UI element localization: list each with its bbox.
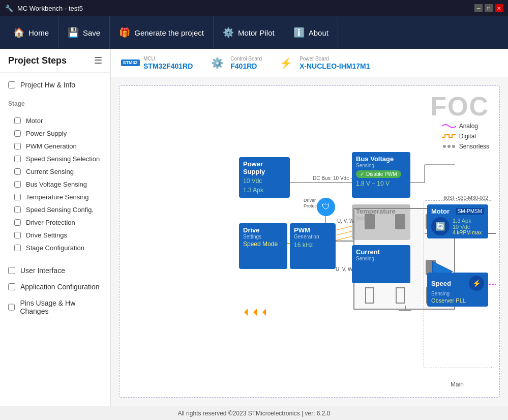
digital-line-icon xyxy=(442,133,456,139)
current-sensing-block[interactable]: Current Sensing xyxy=(352,245,410,283)
sidebar: Project Steps ☰ Project Hw & Info Stage … xyxy=(0,49,111,406)
sidebar-item-app-config[interactable]: Application Configuration xyxy=(0,279,110,295)
driver-protection-icon: 🛡 xyxy=(317,198,335,216)
nav-motorpilot[interactable]: ⚙️ Motor Pilot xyxy=(214,16,284,49)
nav-motorpilot-label: Motor Pilot xyxy=(238,28,275,37)
power-supply-value2: 1.3 Apk xyxy=(243,187,286,194)
power-supply-block[interactable]: Power Supply 10 Vdc 1.3 Apk xyxy=(239,157,290,198)
sidebar-item-drive-settings[interactable]: Drive Settings xyxy=(0,229,110,242)
bus-voltage-badge-text: Disable PWM xyxy=(366,171,397,177)
foc-label: FOC xyxy=(430,91,489,122)
svg-line-10 xyxy=(333,231,353,236)
pwm-generation-checkbox[interactable] xyxy=(14,143,21,149)
motor-type: SM-PMSM xyxy=(456,208,484,215)
pins-usage-label: Pins Usage & Hw Changes xyxy=(20,299,102,315)
maximize-button[interactable]: □ xyxy=(485,4,493,12)
legend-analog: Analog xyxy=(442,123,489,130)
current-sensing-title: Current xyxy=(356,248,406,256)
motor-circle-icon: 🔄 xyxy=(431,217,450,235)
current-sensing-label: Current Sensing xyxy=(26,168,74,175)
bus-voltage-checkbox[interactable] xyxy=(14,181,21,188)
speed-sensing-checkbox[interactable] xyxy=(14,156,21,162)
drive-value: Speed Mode xyxy=(243,241,283,248)
sidebar-item-stage-config[interactable]: Stage Configuration xyxy=(0,242,110,254)
nav-bar: 🏠 Home 💾 Save 🎁 Generate the project ⚙️ … xyxy=(0,16,508,49)
motor-block[interactable]: Motor SM-PMSM 🔄 1.3 Apk 10 Vdc 4 kRPM ma… xyxy=(427,204,488,238)
sidebar-item-pins-usage[interactable]: Pins Usage & Hw Changes xyxy=(0,295,110,319)
nav-home-label: Home xyxy=(28,28,49,37)
sidebar-item-driver-protection[interactable]: Driver Protection xyxy=(0,216,110,229)
sidebar-item-temperature[interactable]: Temperature Sensing xyxy=(0,191,110,203)
stage-config-checkbox[interactable] xyxy=(14,245,21,251)
current-sensing-checkbox[interactable] xyxy=(14,168,21,175)
minimize-button[interactable]: ─ xyxy=(474,4,483,12)
current-sensing-subtitle: Sensing xyxy=(356,256,406,261)
sidebar-item-speed-sensing[interactable]: Speed Sensing Selection xyxy=(0,153,110,165)
pwm-freq: 16 kHz xyxy=(294,242,332,249)
drive-subtitle: Settings xyxy=(243,234,283,239)
svg-rect-27 xyxy=(396,288,404,303)
nav-save[interactable]: 💾 Save xyxy=(58,16,110,49)
driver-protection-checkbox[interactable] xyxy=(14,219,21,226)
sidebar-item-motor[interactable]: Motor xyxy=(0,114,110,127)
stage-items-section: Motor Power Supply PWM Generation Speed … xyxy=(0,110,110,258)
temperature-label: Temperature Sensing xyxy=(26,193,89,201)
mcu-icon: STM32 xyxy=(121,54,139,72)
sidebar-item-pwm-generation[interactable]: PWM Generation xyxy=(0,140,110,153)
check-icon: ✓ xyxy=(360,171,364,177)
sidebar-item-bus-voltage[interactable]: Bus Voltage Sensing xyxy=(0,178,110,191)
nav-about-label: About xyxy=(309,28,328,37)
app-icon: 🔧 xyxy=(5,5,13,12)
drive-settings-label: Drive Settings xyxy=(26,231,67,239)
sidebar-title: Project Steps xyxy=(8,55,67,66)
temperature-checkbox[interactable] xyxy=(14,194,21,200)
sidebar-menu-icon[interactable]: ☰ xyxy=(94,55,102,66)
project-hw-info-checkbox[interactable] xyxy=(8,81,15,88)
user-interface-checkbox[interactable] xyxy=(8,267,15,274)
nav-about[interactable]: ℹ️ About xyxy=(284,16,338,49)
drive-settings-checkbox[interactable] xyxy=(14,232,21,238)
driver-protection-label: Driver Protection xyxy=(26,219,75,226)
mcu-name: STM32F401RD xyxy=(143,62,193,70)
sidebar-item-user-interface[interactable]: User Interface xyxy=(0,262,110,279)
pwm-generation-block[interactable]: PWM Generation 16 kHz xyxy=(290,223,336,269)
nav-generate[interactable]: 🎁 Generate the project xyxy=(110,16,214,49)
content-area: STM32 MCU STM32F401RD ⚙️ Control Board F… xyxy=(111,49,508,406)
title-bar-left: 🔧 MC Workbench - test5 xyxy=(5,5,83,12)
motor-checkbox[interactable] xyxy=(14,117,21,124)
board-header: STM32 MCU STM32F401RD ⚙️ Control Board F… xyxy=(111,49,508,77)
drive-settings-block[interactable]: Drive Settings Speed Mode xyxy=(239,223,287,269)
legend-digital: Digital xyxy=(442,133,489,140)
svg-rect-20 xyxy=(365,214,375,229)
speed-sensing-config-label: Speed Sensing Config. xyxy=(26,206,94,214)
status-bar: All rights reserved ©2023 STMicroelectro… xyxy=(0,406,508,420)
pwm-title: PWM xyxy=(294,226,332,234)
control-board-info: Control Board F401RD xyxy=(230,56,262,70)
svg-line-9 xyxy=(333,226,353,231)
board-item-mcu: STM32 MCU STM32F401RD xyxy=(121,54,193,72)
bus-voltage-block[interactable]: Bus Voltage Sensing ✓ Disable PWM 1.8 V … xyxy=(352,152,410,198)
nav-home[interactable]: 🏠 Home xyxy=(4,16,58,49)
speed-sensing-config-checkbox[interactable] xyxy=(14,206,21,213)
power-supply-checkbox[interactable] xyxy=(14,130,21,137)
close-button[interactable]: ✕ xyxy=(495,4,503,12)
motor-value2: 10 Vdc xyxy=(453,224,482,230)
sidebar-header: Project Steps ☰ xyxy=(0,49,110,73)
legend-analog-label: Analog xyxy=(459,123,478,130)
power-board-label: Power Board xyxy=(300,56,370,62)
svg-marker-18 xyxy=(253,309,257,316)
svg-point-2 xyxy=(452,145,455,148)
app-config-label: Application Configuration xyxy=(20,283,100,291)
pins-usage-checkbox[interactable] xyxy=(8,304,15,311)
sidebar-item-project-hw-info[interactable]: Project Hw & Info xyxy=(0,77,110,93)
mcu-info: MCU STM32F401RD xyxy=(143,56,193,70)
sidebar-item-speed-sensing-config[interactable]: Speed Sensing Config. xyxy=(0,203,110,216)
power-supply-value1: 10 Vdc xyxy=(243,177,286,185)
title-bar: 🔧 MC Workbench - test5 ─ □ ✕ xyxy=(0,0,508,16)
bus-voltage-subtitle: Sensing xyxy=(356,163,406,168)
drive-title: Drive xyxy=(243,226,283,234)
sidebar-item-power-supply[interactable]: Power Supply xyxy=(0,127,110,140)
speed-sensing-block[interactable]: Speed ⚡ Sensing Observer PLL xyxy=(427,273,488,307)
sidebar-item-current-sensing[interactable]: Current Sensing xyxy=(0,165,110,178)
app-config-checkbox[interactable] xyxy=(8,283,15,290)
